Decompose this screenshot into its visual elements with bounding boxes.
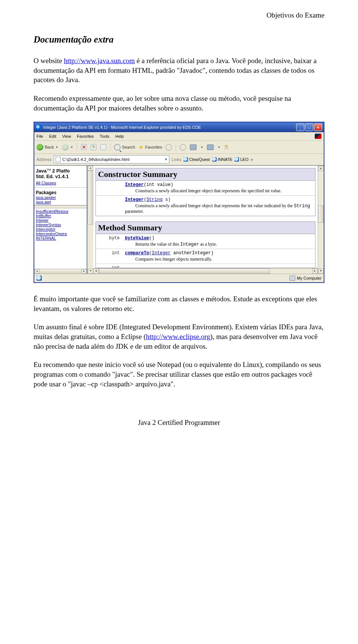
type-link[interactable]: Integer (152, 251, 170, 256)
menu-help[interactable]: Help (115, 134, 124, 139)
menu-view[interactable]: View (62, 134, 71, 139)
scroll-down-icon[interactable]: ▾ (318, 268, 324, 274)
quicklink-label: LEO (240, 157, 248, 162)
section-title: Documentação extra (34, 34, 324, 45)
paragraph-3: É muito importante que você se familiari… (34, 294, 324, 313)
class-link[interactable]: IntegerSyntax (36, 223, 85, 227)
table-row: Integer(int value) Constructs a newly al… (96, 181, 315, 195)
paragraph-5: Eu recomendo que neste início você só us… (34, 360, 324, 389)
class-link[interactable]: INTERNAL (36, 236, 85, 240)
main-hscrollbar[interactable]: ◂ ▸ (93, 268, 318, 274)
scroll-thumb[interactable] (40, 269, 81, 274)
class-link[interactable]: InterceptorOpera (36, 231, 85, 236)
constructor-summary-heading: Constructor Summary (95, 168, 315, 181)
scroll-thumb[interactable] (88, 171, 93, 225)
type-link[interactable]: String (147, 197, 163, 202)
page-header: Objetivos do Exame (34, 11, 324, 19)
scroll-down-icon[interactable]: ▾ (88, 269, 93, 274)
menu-favorites[interactable]: Favorites (77, 134, 94, 139)
chevron-down-icon[interactable]: ▼ (164, 158, 167, 161)
ie-page-icon (212, 157, 217, 162)
java-sun-link[interactable]: http://www.java.sun.com (64, 57, 135, 65)
method-desc: Compares two Integer objects numerically… (125, 256, 313, 262)
ie-page-icon (37, 276, 42, 281)
quicklink-label: INNATE (218, 157, 233, 162)
back-button[interactable]: Back▼ (37, 144, 58, 150)
class-link[interactable]: IntBuffer (36, 214, 85, 218)
frame-divider[interactable] (34, 205, 87, 208)
scroll-up-icon[interactable]: ▴ (88, 166, 93, 171)
maximize-button[interactable]: □ (305, 124, 313, 131)
ie-content-frames: JavaTM 2 Platfo Std. Ed. v1.4.1 All Clas… (34, 165, 324, 274)
quicklink-clearquest[interactable]: ClearQuest (183, 157, 210, 162)
minimize-button[interactable]: _ (296, 124, 304, 131)
star-icon: ★ (139, 144, 144, 150)
address-input[interactable]: C:\j2sdk1.4.2_04\docs\api\index.html ▼ (54, 155, 169, 164)
class-link[interactable]: Interceptor (36, 227, 85, 231)
constructor-desc: Constructs a newly allocated Integer obj… (125, 188, 313, 194)
constructor-link[interactable]: Integer (125, 182, 144, 187)
search-icon (114, 144, 120, 150)
address-label: Address (37, 157, 51, 162)
scroll-right-icon[interactable]: ▸ (312, 268, 318, 274)
package-link[interactable]: java.awt (36, 200, 85, 204)
table-row: byte byteValue() Returns the value of th… (96, 234, 315, 249)
research-icon: ℛ (224, 144, 228, 150)
scroll-left-icon[interactable]: ◂ (34, 269, 40, 274)
print-button[interactable] (207, 144, 214, 150)
side-hscrollbar[interactable]: ◂▸ (34, 269, 87, 274)
chevron-down-icon: ▼ (217, 146, 220, 149)
method-link[interactable]: compareTo (125, 251, 149, 256)
quicklink-leo[interactable]: LEO (235, 157, 248, 162)
method-desc: Returns the value of this Integer as a b… (125, 242, 313, 247)
close-button[interactable]: × (314, 124, 322, 131)
mail-button[interactable] (190, 144, 197, 150)
sig-args: (int value) (144, 182, 173, 187)
home-button[interactable] (100, 144, 106, 150)
chevron-down-icon: ▼ (55, 146, 58, 149)
media-button[interactable] (180, 144, 186, 150)
zone-label: My Computer (297, 276, 321, 280)
constructor-link[interactable]: Integer (125, 197, 144, 202)
all-classes-link[interactable]: All Classes (36, 181, 85, 185)
sig-args: ( (149, 251, 152, 256)
class-link[interactable]: Integer (36, 218, 85, 223)
ie-menubar: File Edit View Favorites Tools Help (34, 132, 324, 141)
forward-button[interactable]: ▼ (62, 144, 73, 150)
edition-label: Std. Ed. v1.4.1 (36, 174, 85, 179)
sig-args: s) (163, 197, 171, 202)
class-link[interactable]: InsufficientResour (36, 209, 85, 214)
constructor-summary-table: Integer(int value) Constructs a newly al… (95, 181, 315, 216)
ie-addressbar: Address C:\j2sdk1.4.2_04\docs\api\index.… (34, 154, 324, 165)
scroll-right-icon[interactable]: ▸ (81, 269, 87, 274)
zone-indicator: My Computer (289, 276, 321, 281)
menu-edit[interactable]: Edit (49, 134, 56, 139)
main-vscrollbar[interactable]: ▴ ▾ (318, 166, 324, 274)
scroll-up-icon[interactable]: ▴ (318, 166, 324, 171)
method-summary-table: byte byteValue() Returns the value of th… (95, 234, 315, 268)
platform-label: JavaTM 2 Platfo (36, 168, 85, 174)
stop-button[interactable] (81, 144, 87, 150)
menu-tools[interactable]: Tools (100, 134, 110, 139)
method-link[interactable]: byteValue (125, 236, 149, 241)
brand-logo-icon (315, 134, 321, 139)
search-button[interactable]: Search (114, 144, 135, 150)
side-vscrollbar[interactable]: ▴ ▾ (87, 166, 93, 274)
scroll-thumb[interactable] (318, 205, 324, 223)
quicklink-innate[interactable]: INNATE (212, 157, 233, 162)
paragraph-4: Um assunto final é sobre IDE (Integrated… (34, 322, 324, 351)
eclipse-link[interactable]: http://www.eclipse.org (146, 333, 210, 340)
return-type: int (96, 264, 123, 268)
package-link[interactable]: java.applet (36, 195, 85, 200)
ie-titlebar: Integer (Java 2 Platform SE v1.4.1) - Mi… (34, 122, 324, 132)
links-label: Links (172, 157, 181, 162)
ie-logo-icon (36, 125, 41, 130)
menu-file[interactable]: File (37, 134, 43, 139)
history-button[interactable] (166, 144, 172, 150)
refresh-button[interactable]: ↻ (91, 144, 97, 150)
scroll-thumb[interactable] (99, 268, 270, 274)
overflow-chevron-icon[interactable]: » (251, 157, 253, 162)
paragraph-1: O website http://www.java.sun.com é a re… (34, 56, 324, 85)
favorites-button[interactable]: ★Favorites (139, 144, 162, 150)
scroll-left-icon[interactable]: ◂ (93, 268, 99, 274)
